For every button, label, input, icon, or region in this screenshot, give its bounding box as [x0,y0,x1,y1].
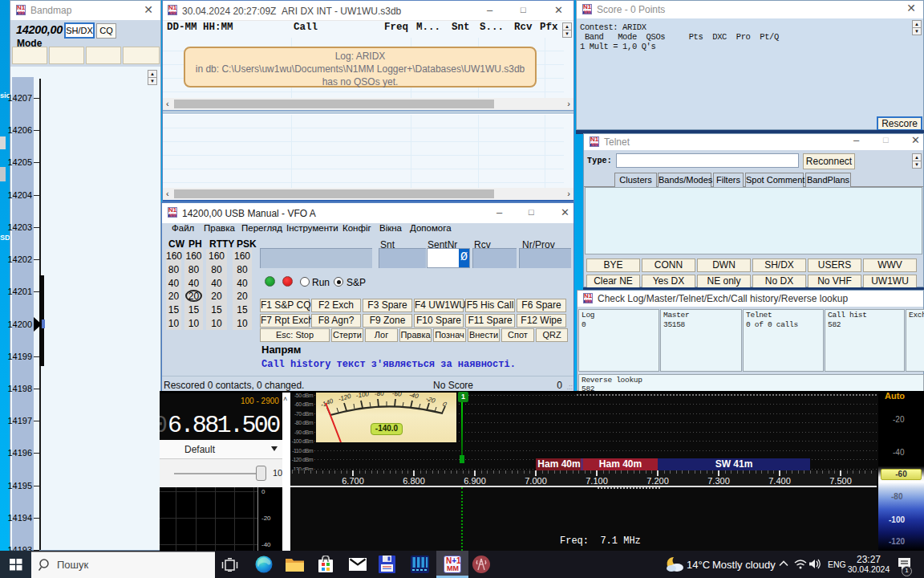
svg-text:-80: -80 [375,393,385,397]
svg-text:-20: -20 [425,395,436,405]
svg-text:-40: -40 [408,393,419,400]
svg-text:-120: -120 [338,393,352,403]
svg-text:0: 0 [442,401,448,409]
svg-text:-100: -100 [355,393,370,400]
svg-text:-60: -60 [392,393,403,398]
